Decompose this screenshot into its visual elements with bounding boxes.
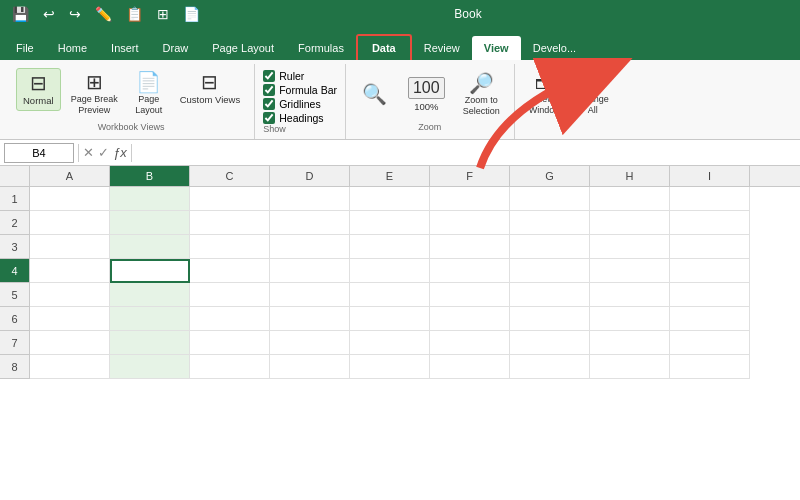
cell-e8[interactable] [350,355,430,379]
cell-d3[interactable] [270,235,350,259]
tab-insert[interactable]: Insert [99,36,151,60]
cell-i2[interactable] [670,211,750,235]
cell-d2[interactable] [270,211,350,235]
cell-a5[interactable] [30,283,110,307]
cell-b4[interactable] [110,259,190,283]
cell-h3[interactable] [590,235,670,259]
col-header-e[interactable]: E [350,166,430,186]
cell-g3[interactable] [510,235,590,259]
cell-a2[interactable] [30,211,110,235]
cell-a3[interactable] [30,235,110,259]
gridlines-checkbox[interactable] [263,98,275,110]
tab-data[interactable]: Data [356,34,412,60]
grid-icon[interactable]: ⊞ [153,4,173,24]
col-header-b[interactable]: B [110,166,190,186]
cell-g7[interactable] [510,331,590,355]
cell-a7[interactable] [30,331,110,355]
cell-a6[interactable] [30,307,110,331]
cell-g1[interactable] [510,187,590,211]
cell-a8[interactable] [30,355,110,379]
cell-c2[interactable] [190,211,270,235]
redo-icon[interactable]: ↪ [65,4,85,24]
cell-b5[interactable] [110,283,190,307]
arrange-all-button[interactable]: ⊞ ArrangeAll [571,68,615,120]
cell-c4[interactable] [190,259,270,283]
headings-checkbox[interactable] [263,112,275,124]
tab-draw[interactable]: Draw [151,36,201,60]
gridlines-check[interactable]: Gridlines [263,98,320,110]
cell-c5[interactable] [190,283,270,307]
tab-view[interactable]: View [472,36,521,60]
cell-d8[interactable] [270,355,350,379]
cell-i1[interactable] [670,187,750,211]
cell-f8[interactable] [430,355,510,379]
custom-views-button[interactable]: ⊟ Custom Views [174,68,247,109]
col-header-h[interactable]: H [590,166,670,186]
document-icon[interactable]: 📄 [179,4,204,24]
cell-g8[interactable] [510,355,590,379]
fx-icon[interactable]: ƒx [113,145,127,160]
cell-b2[interactable] [110,211,190,235]
cell-f5[interactable] [430,283,510,307]
cell-f6[interactable] [430,307,510,331]
col-header-i[interactable]: I [670,166,750,186]
cell-f7[interactable] [430,331,510,355]
formula-bar-check[interactable]: Formula Bar [263,84,337,96]
cell-b3[interactable] [110,235,190,259]
cell-g5[interactable] [510,283,590,307]
cell-g2[interactable] [510,211,590,235]
cell-f1[interactable] [430,187,510,211]
cell-g4[interactable] [510,259,590,283]
cell-f4[interactable] [430,259,510,283]
cell-b8[interactable] [110,355,190,379]
col-header-a[interactable]: A [30,166,110,186]
row-num-8[interactable]: 8 [0,355,30,379]
cell-c1[interactable] [190,187,270,211]
undo-icon[interactable]: ↩ [39,4,59,24]
cell-h8[interactable] [590,355,670,379]
cell-e4[interactable] [350,259,430,283]
row-num-6[interactable]: 6 [0,307,30,331]
cell-e3[interactable] [350,235,430,259]
cell-d5[interactable] [270,283,350,307]
page-layout-button[interactable]: 📄 PageLayout [128,68,170,120]
cell-d4[interactable] [270,259,350,283]
cell-e2[interactable] [350,211,430,235]
name-box[interactable] [4,143,74,163]
cell-e7[interactable] [350,331,430,355]
ruler-check[interactable]: Ruler [263,70,304,82]
headings-check[interactable]: Headings [263,112,323,124]
col-header-c[interactable]: C [190,166,270,186]
zoom-100-button[interactable]: 100 100% [402,73,451,116]
col-header-d[interactable]: D [270,166,350,186]
row-num-3[interactable]: 3 [0,235,30,259]
cell-c7[interactable] [190,331,270,355]
tab-review[interactable]: Review [412,36,472,60]
cell-a4[interactable] [30,259,110,283]
row-num-7[interactable]: 7 [0,331,30,355]
cell-c6[interactable] [190,307,270,331]
cell-g6[interactable] [510,307,590,331]
pencil-icon[interactable]: ✏️ [91,4,116,24]
row-num-1[interactable]: 1 [0,187,30,211]
confirm-icon[interactable]: ✓ [98,145,109,160]
cell-i7[interactable] [670,331,750,355]
zoom-to-selection-button[interactable]: 🔎 Zoom toSelection [457,69,506,121]
cell-h5[interactable] [590,283,670,307]
cell-f2[interactable] [430,211,510,235]
cell-e1[interactable] [350,187,430,211]
cell-a1[interactable] [30,187,110,211]
cell-b7[interactable] [110,331,190,355]
col-header-f[interactable]: F [430,166,510,186]
cell-e5[interactable] [350,283,430,307]
col-header-g[interactable]: G [510,166,590,186]
row-num-4[interactable]: 4 [0,259,30,283]
cell-d6[interactable] [270,307,350,331]
cell-c3[interactable] [190,235,270,259]
cell-h6[interactable] [590,307,670,331]
cell-b1[interactable] [110,187,190,211]
cell-h1[interactable] [590,187,670,211]
zoom-button[interactable]: 🔍 [354,80,396,110]
new-window-button[interactable]: 🗗 NewWindow [523,68,567,120]
cell-c8[interactable] [190,355,270,379]
